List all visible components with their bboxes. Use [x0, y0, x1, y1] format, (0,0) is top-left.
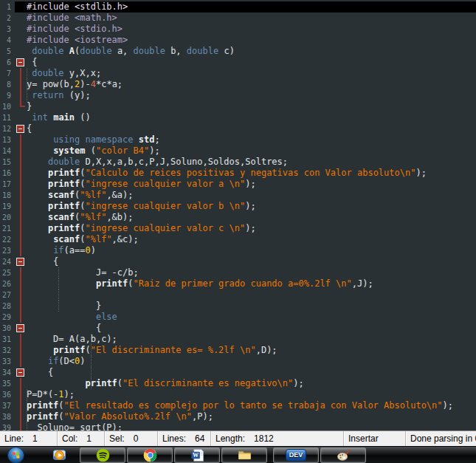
code-line[interactable]: 7 double y,X,x; [0, 68, 476, 79]
code-text[interactable]: scanf("%lf",&c); [27, 234, 476, 245]
indent-guide [27, 422, 27, 431]
code-text[interactable]: printf("Valor Absoluto%.2lf \n",P); [27, 411, 476, 422]
code-line[interactable]: 32 printf("El discriminante es= %.2lf \n… [0, 345, 476, 356]
code-line[interactable]: 5 double A(double a, double b, double c) [0, 46, 476, 57]
code-line[interactable]: 25 J= -c/b; [0, 267, 476, 278]
code-text[interactable]: #include <math.h> [27, 13, 476, 24]
code-line[interactable]: 15 double D,X,x,a,b,c,P,J,Soluno,Soldos,… [0, 157, 476, 168]
code-text[interactable]: double D,X,x,a,b,c,P,J,Soluno,Soldos,Sol… [27, 157, 476, 168]
code-line[interactable]: 24 { [0, 256, 476, 267]
code-line[interactable]: 9 return (y); [0, 90, 476, 101]
indent-guide [91, 345, 92, 356]
explorer-button[interactable] [221, 447, 267, 463]
code-line[interactable]: 13 using namespace std; [0, 134, 476, 145]
code-text[interactable]: else [27, 312, 476, 323]
code-line[interactable]: 14 system ("color B4"); [0, 145, 476, 157]
code-text[interactable]: { [27, 367, 476, 378]
chrome-button[interactable] [127, 447, 173, 463]
code-line[interactable]: 6 { [0, 57, 476, 68]
code-line[interactable]: 16 printf("Calculo de reices positivas y… [0, 168, 476, 179]
code-line[interactable]: 3#include <stdio.h> [0, 24, 476, 35]
fold-margin [15, 356, 27, 367]
code-line[interactable]: 23 if(a==0) [0, 245, 476, 256]
spotify-button[interactable] [80, 447, 125, 463]
code-text[interactable]: P=D*(-1); [27, 389, 476, 400]
code-text[interactable]: #include <stdio.h> [27, 24, 476, 35]
code-line[interactable]: 30 { [0, 323, 476, 334]
code-text[interactable]: #include <iostream> [27, 35, 476, 46]
code-line[interactable]: 1#include <stdlib.h> [0, 1, 476, 13]
code-line[interactable]: 21 printf("ingrese cualquier valor c \n"… [0, 223, 476, 234]
windows-start-icon [7, 446, 25, 463]
code-line[interactable]: 19 printf("ingrese cualquier valor b \n"… [0, 201, 476, 212]
code-text[interactable]: if(D<0) [27, 356, 476, 367]
start-button[interactable] [0, 447, 31, 463]
code-editor[interactable]: 1#include <stdlib.h>2#include <math.h>3#… [0, 0, 476, 431]
code-line[interactable]: 27 [0, 289, 476, 301]
code-text[interactable]: int main () [27, 112, 476, 123]
code-text[interactable]: double A(double a, double b, double c) [27, 46, 476, 57]
line-number: 32 [0, 345, 15, 356]
code-text[interactable]: J= -c/b; [27, 267, 476, 278]
code-text[interactable]: printf("Calculo de reices positivas y ne… [27, 168, 476, 179]
code-line[interactable]: 26 printf("Raiz de primer grado cuando a… [0, 278, 476, 289]
code-text[interactable]: if(a==0) [27, 245, 476, 256]
code-text[interactable]: scanf("%lf",&a); [27, 190, 476, 201]
code-line[interactable]: 37printf("El resultado es complejo por l… [0, 400, 476, 411]
code-line[interactable]: 22 scanf("%lf",&c); [0, 234, 476, 245]
code-text[interactable]: printf("El discriminante es= %.2lf \n",D… [27, 345, 476, 356]
code-line[interactable]: 28 } [0, 301, 476, 312]
code-line[interactable]: 33 if(D<0) [0, 356, 476, 367]
fold-collapse-icon[interactable] [15, 123, 27, 134]
code-text[interactable]: printf("ingrese cualquier valor b \n"); [27, 201, 476, 212]
fold-collapse-icon[interactable] [15, 256, 27, 267]
code-line[interactable]: 38printf("Valor Absoluto%.2lf \n",P); [0, 411, 476, 422]
code-text[interactable]: { [27, 323, 476, 334]
dev-cpp-button[interactable]: DEV [273, 447, 319, 463]
code-text[interactable]: printf("El discriminante es negativo\n")… [27, 378, 476, 389]
code-text[interactable]: #include <stdlib.h> [27, 1, 476, 13]
code-line[interactable]: 31 D= A(a,b,c); [0, 334, 476, 345]
code-text[interactable]: scanf("%lf",&b); [27, 212, 476, 223]
code-text[interactable]: { [27, 256, 476, 267]
code-line[interactable]: 2#include <math.h> [0, 13, 476, 24]
code-line[interactable]: 39 Soluno= sqrt(P); [0, 422, 476, 431]
code-text[interactable]: system ("color B4"); [27, 145, 476, 157]
code-line[interactable]: 17 printf("ingrese cualquier valor a \n"… [0, 179, 476, 190]
windows-media-player-button[interactable] [43, 447, 75, 463]
code-line[interactable]: 4#include <iostream> [0, 35, 476, 46]
fold-collapse-icon[interactable] [15, 57, 27, 68]
code-text[interactable]: printf("ingrese cualquier valor c \n"); [27, 223, 476, 234]
line-number: 35 [0, 378, 15, 389]
word-button[interactable]: W [174, 447, 220, 463]
code-line[interactable]: 34 { [0, 367, 476, 378]
code-line[interactable]: 18 scanf("%lf",&a); [0, 190, 476, 201]
code-text[interactable]: y= pow(b,2)-4*c*a; [27, 79, 476, 90]
code-text[interactable]: } [27, 101, 476, 112]
indent-guide [58, 289, 59, 301]
code-text[interactable]: return (y); [27, 90, 476, 101]
code-text[interactable]: printf("ingrese cualquier valor a \n"); [27, 179, 476, 190]
code-text[interactable]: { [27, 123, 476, 134]
code-text[interactable]: { [27, 57, 476, 68]
code-text[interactable]: D= A(a,b,c); [27, 334, 476, 345]
indent-guide [27, 79, 27, 90]
code-text[interactable]: printf("Raiz de primer grado cuando a=0%… [27, 278, 476, 289]
paint-button[interactable] [320, 447, 366, 463]
code-line[interactable]: 36P=D*(-1); [0, 389, 476, 400]
code-text[interactable]: Soluno= sqrt(P); [27, 422, 476, 431]
code-text[interactable]: double y,X,x; [27, 68, 476, 79]
code-text[interactable] [27, 289, 476, 301]
fold-collapse-icon[interactable] [15, 367, 27, 378]
code-text[interactable]: } [27, 301, 476, 312]
code-text[interactable]: printf("El resultado es complejo por lo … [27, 400, 476, 411]
code-line[interactable]: 8y= pow(b,2)-4*c*a; [0, 79, 476, 90]
code-line[interactable]: 11 int main () [0, 112, 476, 123]
code-line[interactable]: 29 else [0, 312, 476, 323]
code-line[interactable]: 20 scanf("%lf",&b); [0, 212, 476, 223]
code-line[interactable]: 12{ [0, 123, 476, 134]
code-line[interactable]: 10} [0, 101, 476, 112]
fold-collapse-icon[interactable] [15, 323, 27, 334]
code-line[interactable]: 35 printf("El discriminante es negativo\… [0, 378, 476, 389]
code-text[interactable]: using namespace std; [27, 134, 476, 145]
